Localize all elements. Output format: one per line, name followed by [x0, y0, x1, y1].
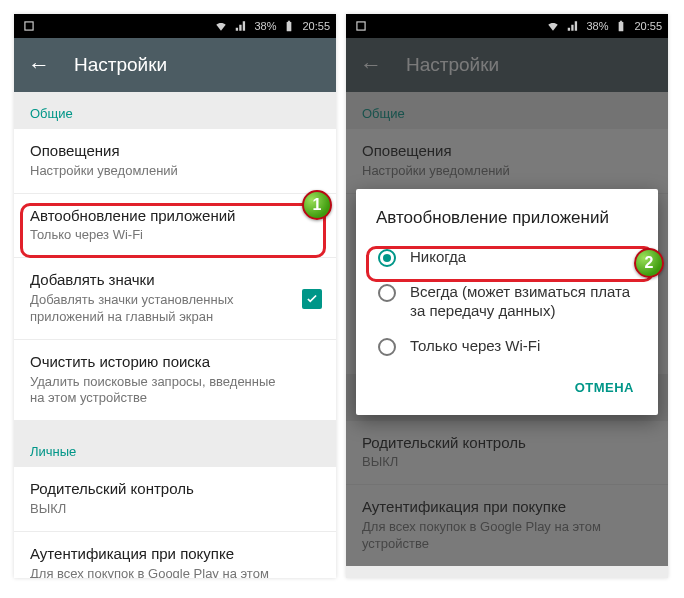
item-clear-history[interactable]: Очистить историю поиска Удалить поисковы…: [14, 340, 336, 421]
svg-rect-3: [357, 22, 365, 30]
item-title: Аутентификация при покупке: [30, 545, 320, 564]
svg-rect-0: [25, 22, 33, 30]
status-bar: 38% 20:55: [346, 14, 668, 38]
item-autoupdate[interactable]: Автообновление приложений Только через W…: [14, 194, 336, 258]
clock: 20:55: [634, 20, 662, 32]
svg-rect-2: [288, 21, 290, 22]
radio-label: Только через Wi-Fi: [410, 337, 540, 356]
back-icon[interactable]: ←: [28, 54, 50, 76]
item-title: Оповещения: [30, 142, 320, 161]
cancel-button[interactable]: ОТМЕНА: [565, 372, 644, 403]
item-subtitle: Для всех покупок в Google Play на этом у…: [30, 566, 320, 578]
settings-list: Общие Оповещения Настройки уведомлений А…: [14, 92, 336, 578]
item-notifications[interactable]: Оповещения Настройки уведомлений: [14, 129, 336, 193]
wifi-icon: [214, 19, 228, 33]
item-subtitle: Добавлять значки установленных приложени…: [30, 292, 320, 326]
item-auth[interactable]: Аутентификация при покупке Для всех поку…: [14, 532, 336, 578]
app-bar: ← Настройки: [14, 38, 336, 92]
battery-icon: [282, 19, 296, 33]
radio-unchecked-icon: [378, 284, 396, 302]
radio-unchecked-icon: [378, 338, 396, 356]
item-title: Очистить историю поиска: [30, 353, 320, 372]
wifi-icon: [546, 19, 560, 33]
radio-label: Никогда: [410, 248, 466, 267]
app-bar: ← Настройки: [346, 38, 668, 92]
signal-icon: [234, 19, 248, 33]
svg-rect-5: [620, 21, 622, 22]
battery-percent: 38%: [254, 20, 276, 32]
item-auth: Аутентификация при покупке Для всех поку…: [346, 485, 668, 566]
radio-option-always[interactable]: Всегда (может взиматься плата за передач…: [356, 275, 658, 329]
autoupdate-dialog: Автообновление приложений Никогда Всегда…: [356, 189, 658, 415]
item-parental: Родительский контроль ВЫКЛ: [346, 421, 668, 485]
status-bar: 38% 20:55: [14, 14, 336, 38]
screenshot-icon: [354, 19, 368, 33]
phone-left: 38% 20:55 ← Настройки Общие Оповещения Н…: [14, 14, 336, 578]
dialog-title: Автообновление приложений: [356, 207, 658, 240]
item-subtitle: ВЫКЛ: [30, 501, 320, 518]
item-title: Автообновление приложений: [30, 207, 320, 226]
section-general: Общие: [346, 92, 668, 129]
radio-checked-icon: [378, 249, 396, 267]
annotation-badge-2: 2: [634, 248, 664, 278]
phone-right: 38% 20:55 ← Настройки Общие Оповещения Н…: [346, 14, 668, 578]
radio-option-wifi[interactable]: Только через Wi-Fi: [356, 329, 658, 364]
item-parental[interactable]: Родительский контроль ВЫКЛ: [14, 467, 336, 531]
battery-icon: [614, 19, 628, 33]
item-subtitle: Настройки уведомлений: [30, 163, 320, 180]
page-title: Настройки: [406, 54, 499, 76]
screenshot-icon: [22, 19, 36, 33]
svg-rect-4: [619, 22, 624, 31]
section-general: Общие: [14, 92, 336, 129]
item-title: Родительский контроль: [30, 480, 320, 499]
svg-rect-1: [287, 22, 292, 31]
back-icon[interactable]: ←: [360, 54, 382, 76]
item-notifications: Оповещения Настройки уведомлений: [346, 129, 668, 193]
checkbox-checked-icon[interactable]: [302, 289, 322, 309]
item-add-icons[interactable]: Добавлять значки Добавлять значки устано…: [14, 258, 336, 339]
item-subtitle: Удалить поисковые запросы, введенные на …: [30, 374, 320, 408]
battery-percent: 38%: [586, 20, 608, 32]
page-title: Настройки: [74, 54, 167, 76]
item-subtitle: Только через Wi-Fi: [30, 227, 320, 244]
item-title: Добавлять значки: [30, 271, 320, 290]
annotation-badge-1: 1: [302, 190, 332, 220]
signal-icon: [566, 19, 580, 33]
section-personal: Личные: [14, 430, 336, 467]
clock: 20:55: [302, 20, 330, 32]
radio-option-never[interactable]: Никогда: [356, 240, 658, 275]
radio-label: Всегда (может взиматься плата за передач…: [410, 283, 636, 321]
